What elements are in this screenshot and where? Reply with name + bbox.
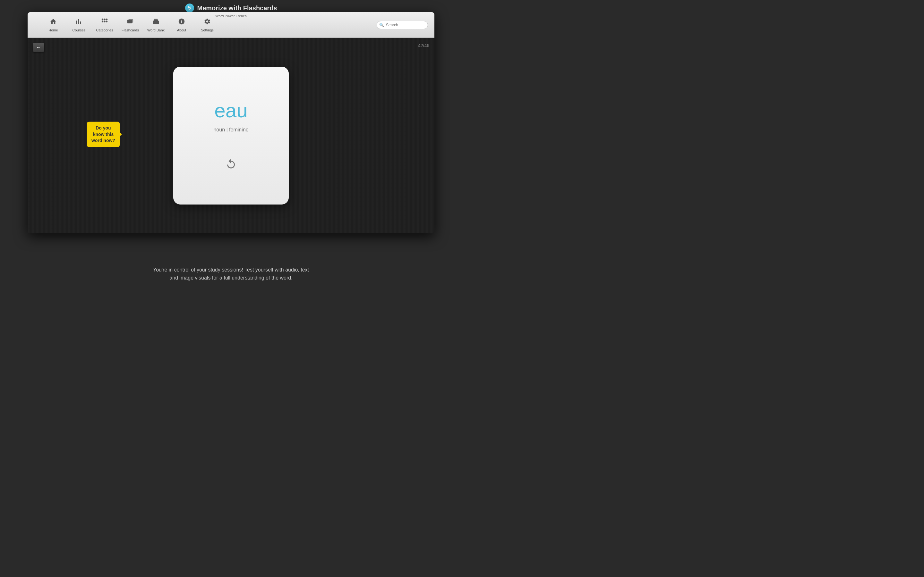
back-arrow-icon: ← <box>36 45 41 50</box>
back-button[interactable]: ← <box>33 43 44 52</box>
nav-about-label: About <box>177 28 186 32</box>
nav-courses[interactable]: Courses <box>66 14 92 36</box>
nav-home[interactable]: Home <box>40 14 66 36</box>
about-icon <box>178 18 185 27</box>
svg-point-1 <box>103 18 105 20</box>
nav-settings-label: Settings <box>201 28 214 32</box>
window-title: Memorize with Flashcards <box>197 5 277 12</box>
flashcard[interactable]: eau noun | feminine <box>173 67 289 205</box>
svg-point-5 <box>106 21 108 23</box>
app-window: Word Power French Home Courses Categorie… <box>27 12 435 234</box>
nav-about[interactable]: About <box>169 14 194 36</box>
toolbar: Word Power French Home Courses Categorie… <box>27 12 435 38</box>
nav-flashcards-label: Flashcards <box>121 28 139 32</box>
nav-wordbank[interactable]: Word Bank <box>143 14 169 36</box>
svg-point-4 <box>103 21 105 23</box>
footer-description: You're in control of your study sessions… <box>0 259 462 288</box>
wordbank-icon <box>152 18 160 27</box>
flashcard-type: noun | feminine <box>213 127 248 133</box>
search-icon: 🔍 <box>379 23 384 27</box>
settings-icon <box>204 18 211 27</box>
search-input[interactable] <box>376 21 428 29</box>
nav-home-label: Home <box>48 28 58 32</box>
footer-text: You're in control of your study sessions… <box>6 266 456 282</box>
svg-rect-8 <box>128 19 132 23</box>
nav-categories[interactable]: Categories <box>92 14 118 36</box>
flashcards-icon <box>127 18 134 27</box>
search-box[interactable]: 🔍 <box>376 21 428 29</box>
card-counter: 42/46 <box>418 43 429 48</box>
svg-point-3 <box>102 21 103 23</box>
svg-point-0 <box>102 18 103 20</box>
courses-icon <box>75 18 82 27</box>
nav-items: Home Courses Categories Flashcards <box>40 14 376 36</box>
svg-point-2 <box>106 18 108 20</box>
nav-courses-label: Courses <box>73 28 86 32</box>
flashcard-word: eau <box>214 99 247 122</box>
tooltip-bubble: Do youknow thisword now? <box>87 122 120 147</box>
nav-wordbank-label: Word Bank <box>147 28 165 32</box>
title-badge: 5 <box>185 3 194 13</box>
app-title: Word Power French <box>215 14 247 18</box>
nav-categories-label: Categories <box>96 28 113 32</box>
home-icon <box>50 18 57 27</box>
flashcard-flip-button[interactable] <box>225 158 237 172</box>
nav-flashcards[interactable]: Flashcards <box>118 14 143 36</box>
tooltip-text: Do youknow thisword now? <box>91 125 115 143</box>
categories-icon <box>101 18 108 27</box>
content-area: ← 42/46 Do youknow thisword now? eau nou… <box>27 38 435 234</box>
